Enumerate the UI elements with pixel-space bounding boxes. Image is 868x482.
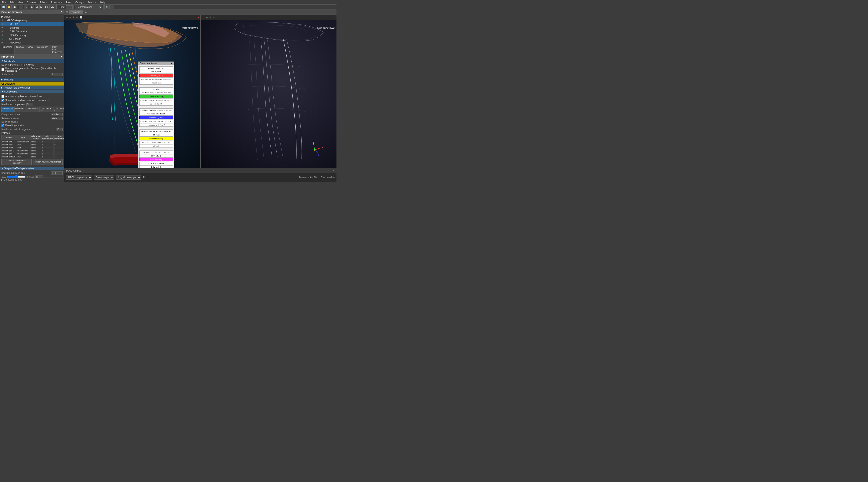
save-output-btn[interactable]: Save output to file... xyxy=(299,176,319,179)
scripting-header[interactable]: ▶ Scripting xyxy=(0,78,64,81)
representation-select[interactable]: Representation xyxy=(75,5,102,9)
menu-filters[interactable]: Filters xyxy=(38,0,49,4)
tool-7[interactable]: 🔍 xyxy=(104,5,110,9)
import-surface-btn[interactable]: ↑ Import new surface geometry xyxy=(1,159,32,165)
tree-settings[interactable]: 👁 Settings xyxy=(0,26,64,30)
menu-extractors[interactable]: Extractors xyxy=(49,0,64,4)
tree-mesh1[interactable]: 👁 MESH1 xyxy=(0,22,64,26)
tree-builtin[interactable]: ▶ builtin: xyxy=(0,14,64,19)
time-input[interactable] xyxy=(66,5,72,9)
vp-left-rot[interactable]: ↻ xyxy=(75,16,79,19)
table-row[interactable]: induct_per_TrotationAMIstatic11- xyxy=(2,152,64,155)
undo-btn[interactable]: ↩ xyxy=(19,5,23,9)
menu-catalyst[interactable]: Catalyst xyxy=(73,0,87,4)
last-btn[interactable]: ▶▶ xyxy=(50,5,56,9)
ref-frame-input[interactable] xyxy=(51,117,63,120)
import-volumetric-btn[interactable]: ↑ Import new volumetric mesh xyxy=(33,159,63,165)
num-periodic-input[interactable] xyxy=(56,128,63,131)
vp-left-pan[interactable]: ✥ xyxy=(72,16,75,19)
tree-cfd-mesh[interactable]: ● CFD Mesh xyxy=(0,37,64,41)
step-fwd-btn[interactable]: ▶ xyxy=(39,5,43,9)
tree-fea-mesh[interactable]: 👁 FEA Mesh xyxy=(0,41,64,44)
table-row[interactable]: induct_hubwallstatic18 xyxy=(2,143,64,146)
mesh1-eye-icon[interactable]: 👁 xyxy=(1,23,3,25)
tab-view[interactable]: View xyxy=(26,45,35,54)
comp-name-input[interactable] xyxy=(51,113,63,116)
cfd-geo-eye-icon[interactable]: 👁 xyxy=(1,30,3,33)
fea-mesh-eye-icon[interactable]: 👁 xyxy=(1,41,3,44)
tab-properties[interactable]: Properties xyxy=(0,45,14,54)
comp-tab-3[interactable]: component 3 xyxy=(27,107,40,112)
redo-btn[interactable]: ↪ xyxy=(24,5,28,9)
fea-geo-eye-icon[interactable]: 👁 xyxy=(1,34,3,36)
pipeline-select[interactable]: HECC-stage-story xyxy=(66,176,92,180)
tab-display[interactable]: Display xyxy=(14,45,26,54)
scale-factor-input[interactable] xyxy=(51,73,63,76)
components-map-section[interactable]: ▶ Components map xyxy=(0,178,64,182)
vp-right-rot[interactable]: ↻ xyxy=(212,16,215,19)
vp-left-zoom[interactable]: ⊕ xyxy=(69,16,72,19)
settings-eye-icon[interactable]: 👁 xyxy=(1,27,3,29)
external-geom-checkbox[interactable] xyxy=(1,68,4,71)
clear-window-btn[interactable]: Clear window xyxy=(321,176,335,179)
tree-fea-geo[interactable]: 👁 FEA Geometry xyxy=(0,33,64,37)
turbomachinery-checkbox[interactable] xyxy=(1,99,4,102)
snappy-header[interactable]: ▼ SnappyHexMesh parameters xyxy=(0,167,64,170)
table-row[interactable]: induct_inletinletstatic11 xyxy=(2,146,64,149)
tree-hecc[interactable]: 👁 HECC-stage-story xyxy=(0,19,64,22)
table-row[interactable]: induct_per_1rotationAMIstatic11- xyxy=(2,149,64,152)
bg-mesh-size-input[interactable] xyxy=(51,171,63,175)
components-header[interactable]: ▼ Components xyxy=(0,90,64,93)
step-back-btn[interactable]: ◀ xyxy=(35,5,39,9)
menu-file[interactable]: File xyxy=(0,0,8,4)
bg-mesh-slider[interactable] xyxy=(7,175,26,178)
tool-8[interactable]: + xyxy=(110,5,114,9)
open-btn[interactable]: 📁 xyxy=(6,5,11,9)
tab-information[interactable]: Information xyxy=(35,45,51,54)
menu-tools[interactable]: Tools xyxy=(64,0,73,4)
solver-output-select[interactable]: Solver output xyxy=(94,176,114,180)
slider-val[interactable] xyxy=(35,175,43,178)
mesh-output-row: Mesh output: CFD & FEA Mesh xyxy=(1,64,63,67)
vp-left-reset[interactable]: ⟲ xyxy=(65,16,68,19)
periodic-geo-checkbox[interactable] xyxy=(1,124,4,127)
save-btn[interactable]: 💾 xyxy=(12,5,17,9)
layout-add-btn[interactable]: + xyxy=(84,10,88,14)
num-components-input[interactable] xyxy=(26,103,33,106)
general-section-header[interactable]: ▼ GENERAL xyxy=(0,59,64,63)
pipeline-close-icon[interactable]: ✕ xyxy=(61,10,63,13)
component-map-dialog[interactable]: Component map ✕ axinlet_induct_inlet ind… xyxy=(138,61,174,168)
properties-close-icon[interactable]: ✕ xyxy=(61,55,63,58)
menu-view[interactable]: View xyxy=(16,0,25,4)
log-select[interactable]: Log all messages xyxy=(116,176,141,180)
output-collapse-btn[interactable]: ▲ xyxy=(332,169,335,172)
node-interface-impeller-axinlet: interface_impeller_axinlet_inlet_per xyxy=(140,91,173,95)
hecc-eye-icon[interactable]: 👁 xyxy=(1,19,3,22)
comp-tab-4[interactable]: component 4 xyxy=(40,107,53,112)
comp-tab-5[interactable]: component 5 xyxy=(53,107,64,112)
table-row[interactable]: induct_shroudwallstatic118 xyxy=(2,155,64,158)
menu-edit[interactable]: Edit xyxy=(8,0,16,4)
bounding-box-checkbox[interactable] xyxy=(1,95,4,98)
menu-sources[interactable]: Sources xyxy=(25,0,38,4)
vp-right-zoom[interactable]: ⊕ xyxy=(205,16,209,19)
menu-macros[interactable]: Macros xyxy=(87,0,98,4)
tree-cfd-geo[interactable]: 👁 CFD Geometry xyxy=(0,30,64,33)
viewport-left[interactable]: ⟲ ⊕ ✥ ↻ ⬜ ● xyxy=(64,15,200,168)
tab-multiblock[interactable]: Multi-block Inspector xyxy=(51,45,64,54)
new-btn[interactable]: 📄 xyxy=(1,5,6,9)
vp-right-pan[interactable]: ✥ xyxy=(209,16,212,19)
vp-left-box[interactable]: ⬜ xyxy=(79,16,83,19)
play-btn[interactable]: ▶ xyxy=(30,5,34,9)
vp-right-reset[interactable]: ⟲ xyxy=(202,16,205,19)
stop-btn[interactable]: ▮▮ xyxy=(44,5,49,9)
comp-tab-1[interactable]: component 1 xyxy=(1,107,14,112)
comp-tab-2[interactable]: component 2 xyxy=(14,107,27,112)
viewport-right[interactable]: ⟲ ⊕ ✥ ↻ ● xyxy=(201,15,337,168)
layout-tab-1[interactable]: Layout #1 xyxy=(69,10,83,14)
menu-help[interactable]: Help xyxy=(98,0,107,4)
table-cell-name: induct_exit xyxy=(2,140,17,143)
comp-map-close-icon[interactable]: ✕ xyxy=(170,62,173,65)
rotation-frames-header[interactable]: ▶ Rotation reference frames xyxy=(0,86,64,89)
table-row[interactable]: induct_exitmultiInterfacestatic110 xyxy=(2,140,64,143)
